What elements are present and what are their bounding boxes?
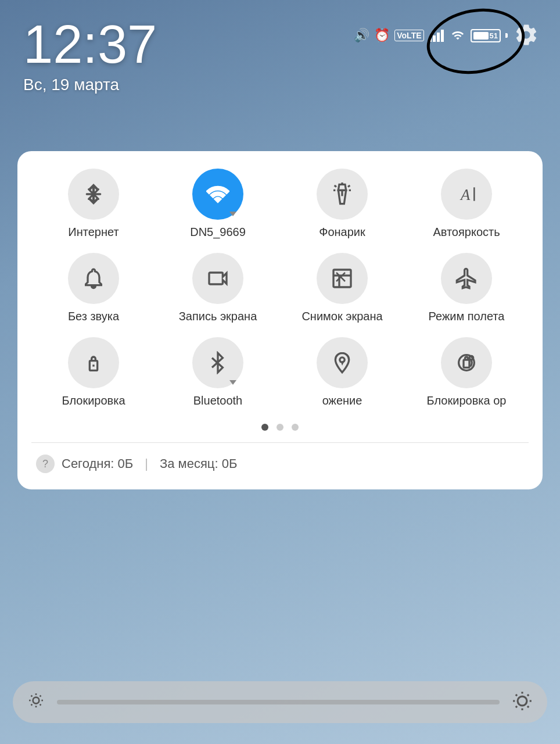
brightness-slider[interactable] xyxy=(57,700,500,704)
data-usage-icon: ? xyxy=(36,455,55,473)
month-usage: За месяц: 0Б xyxy=(160,456,237,471)
airplane-label: Режим полета xyxy=(429,310,505,323)
quick-tile-silent[interactable]: Без звука xyxy=(31,253,156,323)
quick-tile-internet[interactable]: Интернет xyxy=(31,169,156,239)
wifi-label: DN5_9669 xyxy=(190,226,246,239)
svg-rect-2 xyxy=(437,33,440,42)
svg-point-16 xyxy=(33,697,40,703)
clock-area: 12:37 Вс, 19 марта xyxy=(23,17,157,94)
location-button[interactable] xyxy=(317,337,368,388)
svg-rect-0 xyxy=(429,38,432,42)
bluetooth-label: Bluetooth xyxy=(193,394,243,407)
quick-tile-wifi[interactable]: DN5_9669 xyxy=(156,169,280,239)
wifi-status-icon xyxy=(450,29,466,42)
pagination-dots xyxy=(31,424,529,431)
screenshot-button[interactable] xyxy=(317,253,368,304)
alarm-icon: ⏰ xyxy=(374,28,390,43)
brightness-low-icon xyxy=(27,691,45,714)
silent-label: Без звука xyxy=(68,310,119,323)
volume-icon: 🔊 xyxy=(354,28,369,43)
battery-icon: 51 xyxy=(471,29,501,42)
screenrecord-label: Запись экрана xyxy=(179,310,257,323)
quick-tile-flashlight[interactable]: Фонарик xyxy=(280,169,404,239)
svg-line-22 xyxy=(40,704,41,705)
svg-line-31 xyxy=(527,706,529,707)
battery-tip xyxy=(505,33,508,38)
settings-icon[interactable] xyxy=(514,22,539,48)
quick-tile-location[interactable]: ожение xyxy=(280,337,404,407)
brightness-high-icon xyxy=(511,690,533,714)
svg-line-21 xyxy=(31,695,33,696)
svg-line-24 xyxy=(31,704,33,705)
quick-tile-screenrecord[interactable]: Запись экрана xyxy=(156,253,280,323)
quick-tile-autobrightness[interactable]: A Автояркость xyxy=(404,169,529,239)
screenrecord-button[interactable] xyxy=(192,253,243,304)
clock-date: Вс, 19 марта xyxy=(23,76,157,94)
svg-line-33 xyxy=(516,706,517,707)
autobrightness-button[interactable]: A xyxy=(441,169,492,220)
data-sep: | xyxy=(145,456,148,471)
bluetooth-button[interactable] xyxy=(192,337,243,388)
bluetooth-arrow xyxy=(229,380,236,385)
svg-rect-14 xyxy=(464,360,469,367)
panel-divider xyxy=(31,442,529,443)
signal-icon xyxy=(429,29,445,42)
lockorient-button[interactable] xyxy=(441,337,492,388)
lockorient-label: Блокировка ор xyxy=(427,394,507,407)
dot-3[interactable] xyxy=(292,424,299,431)
dot-2[interactable] xyxy=(277,424,283,431)
svg-line-32 xyxy=(527,695,529,696)
screenshot-label: Снимок экрана xyxy=(301,310,382,323)
autobrightness-label: Автояркость xyxy=(433,226,500,239)
svg-text:A: A xyxy=(460,186,471,203)
location-label: ожение xyxy=(322,394,362,407)
quick-tile-airplane[interactable]: Режим полета xyxy=(404,253,529,323)
data-usage-row: ? Сегодня: 0Б | За месяц: 0Б xyxy=(31,452,529,475)
wifi-button[interactable] xyxy=(192,169,243,220)
quick-tile-bluetooth[interactable]: Bluetooth xyxy=(156,337,280,407)
volte-icon: VoLTE xyxy=(394,30,423,41)
clock-time: 12:37 xyxy=(23,17,157,71)
flashlight-button[interactable] xyxy=(317,169,368,220)
flashlight-label: Фонарик xyxy=(319,226,365,239)
svg-rect-3 xyxy=(441,30,444,42)
svg-line-23 xyxy=(40,695,41,696)
internet-label: Интернет xyxy=(68,226,119,239)
wifi-arrow xyxy=(229,212,236,216)
today-usage: Сегодня: 0Б xyxy=(62,456,133,471)
svg-line-30 xyxy=(516,695,517,696)
lockrotate-button[interactable] xyxy=(68,337,119,388)
status-icons: 🔊 ⏰ VoLTE 51 xyxy=(354,28,508,43)
svg-point-25 xyxy=(518,696,527,706)
svg-rect-1 xyxy=(433,35,436,42)
quick-tile-screenshot[interactable]: Снимок экрана xyxy=(280,253,404,323)
internet-button[interactable] xyxy=(68,169,119,220)
quick-tile-lockorient[interactable]: Блокировка ор xyxy=(404,337,529,407)
quick-settings-panel: Интернет DN5_9669 Фонарик xyxy=(17,151,543,489)
quick-tile-lockrotate[interactable]: Блокировка xyxy=(31,337,156,407)
silent-button[interactable] xyxy=(68,253,119,304)
quick-grid: Интернет DN5_9669 Фонарик xyxy=(31,169,529,407)
airplane-button[interactable] xyxy=(441,253,492,304)
brightness-bar[interactable] xyxy=(13,681,547,723)
lockrotate-label: Блокировка xyxy=(62,394,125,407)
dot-1[interactable] xyxy=(261,424,268,431)
